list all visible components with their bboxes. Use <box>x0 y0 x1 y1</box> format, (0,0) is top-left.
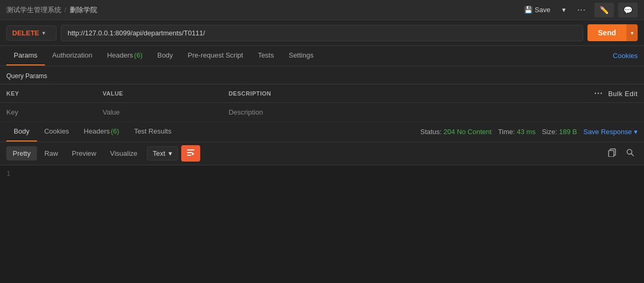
save-icon: 💾 <box>524 6 533 14</box>
more-options-button[interactable]: ··· <box>573 3 590 17</box>
breadcrumb: 测试学生管理系统 / 删除学院 <box>6 5 97 15</box>
size-label: Size: <box>542 128 557 136</box>
copy-icon <box>608 148 617 157</box>
format-tab-visualize[interactable]: Visualize <box>104 146 144 161</box>
tab-body[interactable]: Body <box>150 46 181 65</box>
table-more-icon[interactable]: ··· <box>594 89 603 98</box>
svg-line-6 <box>631 153 634 156</box>
format-type-select[interactable]: Text ▾ <box>147 146 178 161</box>
params-section: Query Params <box>0 66 644 84</box>
format-type-chevron-icon: ▾ <box>169 149 172 157</box>
format-tab-pretty[interactable]: Pretty <box>6 146 37 161</box>
save-response-button[interactable]: Save Response ▾ <box>583 128 638 136</box>
line-number-1: 1 <box>6 169 11 177</box>
description-column-header: DESCRIPTION <box>222 84 432 103</box>
svg-rect-1 <box>187 152 192 153</box>
save-label: Save <box>535 6 550 14</box>
key-cell[interactable]: Key <box>0 103 96 122</box>
format-toolbar: Pretty Raw Preview Visualize Text ▾ <box>0 142 644 165</box>
url-input[interactable] <box>61 25 583 41</box>
edit-icon-button[interactable]: ✏️ <box>594 3 614 17</box>
response-tab-body[interactable]: Body <box>6 122 37 142</box>
value-cell[interactable]: Value <box>96 103 222 122</box>
size-value: 189 B <box>559 128 577 136</box>
tab-params[interactable]: Params <box>6 46 45 65</box>
send-label: Send <box>598 29 616 37</box>
wrap-icon <box>186 148 195 157</box>
table-row: Key Value Description <box>0 103 644 122</box>
copy-button[interactable] <box>605 146 620 161</box>
key-column-header: KEY <box>0 84 96 103</box>
status-label: Status: <box>420 128 441 136</box>
tab-authorization[interactable]: Authorization <box>45 46 100 65</box>
svg-rect-2 <box>187 155 191 156</box>
send-dropdown-button[interactable]: ▾ <box>627 24 638 41</box>
search-icon <box>626 148 634 157</box>
response-tab-test-results[interactable]: Test Results <box>127 122 179 142</box>
status-value: 204 No Content <box>444 128 492 136</box>
svg-rect-4 <box>609 150 614 157</box>
cookies-link[interactable]: Cookies <box>613 52 638 60</box>
breadcrumb-1: 测试学生管理系统 <box>6 5 61 15</box>
url-bar: DELETE ▾ Send ▾ <box>0 20 644 46</box>
tab-tests[interactable]: Tests <box>250 46 281 65</box>
format-tab-raw[interactable]: Raw <box>38 146 64 161</box>
breadcrumb-2: 删除学院 <box>70 5 97 15</box>
message-icon-button[interactable]: 💬 <box>618 3 638 17</box>
response-body-content: 1 <box>0 165 644 197</box>
time-value: 43 ms <box>517 128 535 136</box>
wrap-text-button[interactable] <box>181 145 200 162</box>
table-actions-header: ··· Bulk Edit <box>432 84 644 103</box>
bulk-edit-button[interactable]: Bulk Edit <box>608 90 638 98</box>
top-bar: 测试学生管理系统 / 删除学院 💾 Save ▾ ··· ✏️ 💬 <box>0 0 644 20</box>
response-tabs-bar: Body Cookies Headers(6) Test Results Sta… <box>0 122 644 142</box>
response-tab-headers[interactable]: Headers(6) <box>77 122 127 142</box>
tab-headers[interactable]: Headers(6) <box>100 46 150 65</box>
save-button[interactable]: 💾 Save <box>520 4 555 16</box>
query-params-label: Query Params <box>6 70 638 82</box>
tab-settings[interactable]: Settings <box>281 46 321 65</box>
breadcrumb-separator: / <box>64 6 67 14</box>
svg-rect-0 <box>187 149 194 150</box>
request-tabs-bar: Params Authorization Headers(6) Body Pre… <box>0 46 644 66</box>
value-column-header: VALUE <box>96 84 222 103</box>
search-button[interactable] <box>623 146 638 161</box>
description-cell[interactable]: Description <box>222 103 432 122</box>
send-button[interactable]: Send <box>587 24 627 41</box>
save-dropdown-button[interactable]: ▾ <box>559 4 569 16</box>
method-label: DELETE <box>12 29 39 37</box>
format-right-actions <box>605 146 638 161</box>
response-tab-cookies[interactable]: Cookies <box>37 122 77 142</box>
row-actions-cell <box>432 103 644 122</box>
save-response-chevron-icon: ▾ <box>634 128 638 136</box>
format-type-label: Text <box>153 149 165 157</box>
params-table: KEY VALUE DESCRIPTION ··· Bulk Edit Key … <box>0 84 644 122</box>
tab-pre-request[interactable]: Pre-request Script <box>180 46 250 65</box>
top-bar-actions: 💾 Save ▾ ··· ✏️ 💬 <box>520 3 638 17</box>
method-select[interactable]: DELETE ▾ <box>6 25 57 41</box>
send-group: Send ▾ <box>587 24 638 41</box>
time-label: Time: <box>498 128 515 136</box>
format-tab-preview[interactable]: Preview <box>66 146 102 161</box>
method-chevron-icon: ▾ <box>42 30 45 36</box>
response-status-area: Status: 204 No Content Time: 43 ms Size:… <box>420 128 638 136</box>
